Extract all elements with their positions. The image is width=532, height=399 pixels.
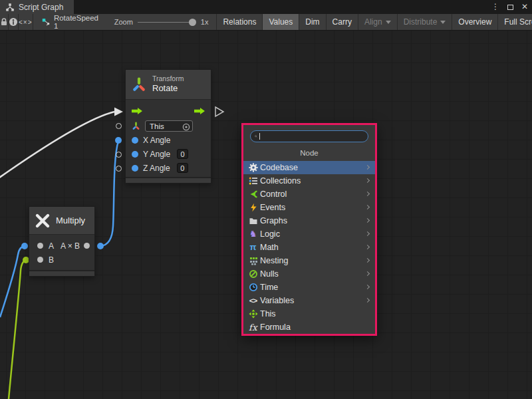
distribute-dropdown[interactable]: Distribute xyxy=(397,14,452,30)
graph-breadcrumb[interactable]: RotateSpeed 1 xyxy=(33,14,108,30)
multiply-icon xyxy=(35,213,51,229)
finder-item-time[interactable]: Time xyxy=(243,281,375,294)
graph-breadcrumb-label: RotateSpeed 1 xyxy=(54,14,100,30)
finder-item-formula[interactable]: fx Formula xyxy=(243,321,375,334)
chevron-right-icon xyxy=(365,178,370,183)
zoom-control: Zoom 1x xyxy=(108,14,215,30)
transform-icon xyxy=(131,76,147,92)
align-dropdown[interactable]: Align xyxy=(358,14,397,30)
relations-button[interactable]: Relations xyxy=(216,14,262,30)
xangle-inner-port[interactable] xyxy=(132,137,138,144)
node-search-input[interactable] xyxy=(261,132,364,141)
zoom-slider-knob[interactable] xyxy=(189,19,196,26)
multiply-output-row: A × B xyxy=(61,241,90,251)
move-cross-icon xyxy=(247,309,259,319)
flow-input-arrow-icon[interactable] xyxy=(131,107,143,115)
zoom-value: 1x xyxy=(201,18,209,26)
values-button[interactable]: Values xyxy=(262,14,299,30)
multiply-node-body: A A × B B xyxy=(29,235,94,270)
chevron-right-icon xyxy=(365,231,370,236)
tab-title: Script Graph xyxy=(19,3,63,12)
finder-item-math[interactable]: π Math xyxy=(243,241,375,254)
finder-item-logic[interactable]: ♞ Logic xyxy=(243,227,375,241)
zangle-value-input[interactable]: 0 xyxy=(177,163,188,173)
multiply-a-inner-port[interactable] xyxy=(37,243,43,249)
control-flow-icon xyxy=(247,190,259,199)
maximize-icon[interactable] xyxy=(507,5,513,10)
object-picker-icon[interactable] xyxy=(182,123,190,131)
this-object-field[interactable]: This xyxy=(145,120,193,132)
node-transform-rotate[interactable]: Transform Rotate xyxy=(125,69,211,184)
graph-toolbar: <×> RotateSpeed 1 Zoom 1x Relations Valu… xyxy=(0,14,532,31)
rotate-node-body: This X Angle Y Angle 0 Z Angle 0 xyxy=(126,100,211,177)
finder-item-control[interactable]: Control xyxy=(243,188,375,201)
chevron-right-icon xyxy=(365,192,370,196)
script-graph-icon xyxy=(5,3,15,12)
inspect-button[interactable] xyxy=(9,14,19,30)
rotate-flow-row xyxy=(126,103,211,119)
finder-item-collections[interactable]: Collections xyxy=(243,174,375,188)
transform-mini-icon xyxy=(132,122,140,130)
knight-icon: ♞ xyxy=(247,229,259,239)
rotate-node-category: Transform xyxy=(152,74,184,83)
port-rotate-this[interactable] xyxy=(116,123,122,129)
rotate-xangle-row: X Angle xyxy=(126,133,211,147)
finder-item-events[interactable]: Events xyxy=(243,201,375,214)
finder-item-nesting[interactable]: Nesting xyxy=(243,254,375,267)
kebab-menu-icon[interactable]: ⋮ xyxy=(491,0,499,14)
finder-item-variables[interactable]: <> Variables xyxy=(243,294,375,307)
multiply-b-row: B xyxy=(29,253,94,267)
full-screen-button[interactable]: Full Screen xyxy=(497,14,532,30)
chevron-right-icon xyxy=(365,165,370,170)
chevron-right-icon xyxy=(365,205,370,209)
multiply-output-inner-port[interactable] xyxy=(84,243,90,249)
nested-graph-icon xyxy=(247,256,259,265)
carry-button[interactable]: Carry xyxy=(326,14,358,30)
lock-button[interactable] xyxy=(0,14,9,30)
zoom-slider-track xyxy=(138,22,196,23)
finder-search-field[interactable] xyxy=(250,130,368,142)
flow-output-arrow-icon[interactable] xyxy=(194,107,205,115)
chevron-down-icon xyxy=(386,21,391,24)
yangle-value-input[interactable]: 0 xyxy=(177,149,188,159)
finder-item-nulls[interactable]: Nulls xyxy=(243,267,375,281)
close-icon[interactable]: ✕ xyxy=(521,0,528,14)
rotate-yangle-row: Y Angle 0 xyxy=(126,147,211,161)
this-field-value: This xyxy=(150,122,164,130)
multiply-node-header[interactable]: Multiply xyxy=(29,207,94,235)
node-multiply[interactable]: Multiply A A × B B xyxy=(29,206,95,277)
multiply-a-row: A A × B xyxy=(29,239,94,253)
window-controls: ⋮ ✕ xyxy=(491,0,528,14)
finder-item-codebase[interactable]: Codebase xyxy=(243,161,375,174)
zoom-slider[interactable] xyxy=(138,18,196,26)
rotate-node-header[interactable]: Transform Rotate xyxy=(126,70,211,100)
pi-icon: π xyxy=(247,243,259,252)
search-icon xyxy=(255,132,257,140)
rotate-node-footer xyxy=(126,177,211,183)
zangle-inner-port[interactable] xyxy=(132,165,138,172)
yangle-inner-port[interactable] xyxy=(132,151,138,158)
rotate-this-row: This xyxy=(126,119,211,133)
finder-item-this[interactable]: This xyxy=(243,307,375,321)
port-rotate-yangle[interactable] xyxy=(116,152,122,158)
zoom-label: Zoom xyxy=(114,18,133,26)
gear-icon xyxy=(247,163,259,172)
tab-script-graph[interactable]: Script Graph xyxy=(0,0,74,14)
chevron-right-icon xyxy=(365,245,370,249)
finder-item-graphs[interactable]: Graphs xyxy=(243,214,375,227)
graph-asset-icon xyxy=(41,17,51,27)
chevron-right-icon xyxy=(365,218,370,223)
rotate-node-title: Rotate xyxy=(152,83,184,94)
info-icon xyxy=(9,17,18,27)
chevron-right-icon xyxy=(365,271,370,276)
finder-header: Node xyxy=(243,149,375,157)
multiply-b-inner-port[interactable] xyxy=(37,257,43,263)
chevron-right-icon xyxy=(365,298,370,303)
dim-button[interactable]: Dim xyxy=(299,14,325,30)
multiply-node-title: Multiply xyxy=(56,215,85,225)
port-rotate-zangle[interactable] xyxy=(116,166,122,172)
code-preview-button[interactable]: <×> xyxy=(19,14,33,30)
toolbar-buttons: Relations Values Dim Carry Align Distrib… xyxy=(216,14,532,30)
code-toggle-icon: <×> xyxy=(19,19,33,26)
overview-button[interactable]: Overview xyxy=(452,14,497,30)
